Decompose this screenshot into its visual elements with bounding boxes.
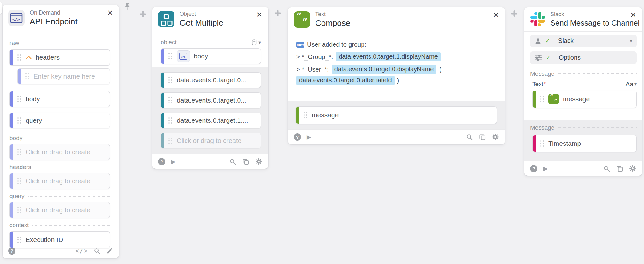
operation-title: API Endpoint bbox=[30, 16, 78, 27]
search-icon[interactable] bbox=[229, 158, 236, 165]
connector-name: Object bbox=[180, 10, 223, 18]
new-emoji: NEW bbox=[296, 42, 304, 48]
drag-handle-icon[interactable] bbox=[17, 177, 22, 185]
field-execution-id[interactable]: Execution ID bbox=[9, 231, 110, 248]
field-label: headers bbox=[36, 54, 60, 61]
compose-line: > *_User_*: data.events.0.target.0.displ… bbox=[296, 65, 497, 74]
copy-icon[interactable] bbox=[616, 165, 623, 172]
close-icon[interactable]: × bbox=[255, 10, 264, 19]
result-row[interactable]: data.events.0.target.0... bbox=[161, 92, 261, 108]
run-step-icon[interactable]: ▶ bbox=[171, 158, 176, 165]
run-step-icon[interactable]: ▶ bbox=[307, 133, 311, 141]
result-create-row[interactable]: Click or drag to create bbox=[161, 133, 261, 149]
data-chip[interactable]: data.events.0.target.0.alternateId bbox=[296, 76, 395, 85]
drag-handle-icon[interactable] bbox=[540, 139, 545, 148]
close-icon[interactable]: × bbox=[106, 8, 115, 17]
section-label: Message bbox=[530, 124, 554, 131]
chevron-up-icon[interactable] bbox=[26, 56, 32, 59]
help-icon[interactable]: ? bbox=[294, 133, 301, 141]
text-field-header: Text* Aa ▾ bbox=[530, 80, 637, 88]
drag-handle-icon[interactable] bbox=[17, 53, 22, 62]
drag-handle-icon[interactable] bbox=[17, 206, 22, 214]
pin-icon[interactable] bbox=[123, 2, 132, 11]
drag-handle-icon[interactable] bbox=[17, 116, 22, 125]
data-source-icon[interactable]: ▾ bbox=[251, 39, 261, 46]
workflow-canvas: { "colors": { "canvas_bg": "#F1F1F3", "a… bbox=[0, 0, 644, 264]
settings-icon[interactable] bbox=[255, 158, 263, 165]
operation-title: Get Multiple bbox=[180, 18, 223, 28]
result-path: data.events.0.target.1.... bbox=[177, 117, 248, 124]
result-row[interactable]: data.events.0.target.0... bbox=[161, 72, 261, 88]
search-icon[interactable] bbox=[603, 165, 610, 172]
api-endpoint-icon: </> bbox=[8, 10, 25, 26]
results-section: data.events.0.target.0... data.events.0.… bbox=[152, 67, 268, 154]
message-text-input[interactable]: “ ” message bbox=[532, 91, 637, 108]
field-placeholder: Click or drag to create bbox=[26, 148, 90, 156]
drag-handle-icon[interactable] bbox=[17, 236, 22, 244]
field-headers-create[interactable]: Click or drag to create bbox=[9, 173, 110, 189]
compose-text: > *_Group_*: bbox=[296, 53, 333, 61]
operation-title: Send Message to Channel bbox=[550, 18, 637, 28]
compose-text: ( bbox=[439, 66, 441, 73]
object-input[interactable]: </> body bbox=[161, 48, 261, 64]
chevron-down-icon: ▾ bbox=[630, 38, 632, 44]
add-step-icon[interactable] bbox=[510, 9, 518, 18]
compose-line: NEW User added to group: bbox=[296, 41, 497, 48]
field-query[interactable]: query bbox=[9, 113, 110, 128]
copy-icon[interactable] bbox=[242, 158, 249, 165]
result-timestamp-row[interactable]: Timestamp bbox=[532, 135, 637, 152]
section-headers: headers bbox=[9, 164, 110, 171]
svg-text:</>: </> bbox=[181, 56, 186, 59]
copy-icon[interactable] bbox=[479, 133, 486, 141]
data-chip[interactable]: data.events.0.target.1.displayName bbox=[336, 52, 441, 61]
drag-handle-icon[interactable] bbox=[168, 137, 173, 145]
auth-selector[interactable]: ✓ Slack ▾ bbox=[530, 35, 637, 47]
settings-icon[interactable] bbox=[492, 133, 499, 141]
field-headers[interactable]: headers bbox=[9, 49, 110, 66]
result-row[interactable]: data.events.0.target.1.... bbox=[161, 113, 261, 128]
drag-handle-icon[interactable] bbox=[303, 111, 308, 119]
drag-handle-icon[interactable] bbox=[168, 52, 173, 60]
data-chip[interactable]: data.events.0.target.0.displayName bbox=[332, 65, 437, 74]
add-step-icon[interactable] bbox=[274, 9, 282, 17]
format-button[interactable]: Aa bbox=[625, 80, 634, 88]
field-body[interactable]: body bbox=[9, 91, 110, 107]
result-path: data.events.0.target.0... bbox=[177, 76, 246, 84]
api-endpoint-step-icon: </> bbox=[177, 50, 190, 62]
settings-icon[interactable] bbox=[629, 165, 636, 172]
panel-footer: ? ▶ bbox=[524, 161, 642, 176]
run-step-icon[interactable]: ▶ bbox=[543, 165, 548, 172]
options-label: Options bbox=[559, 54, 581, 61]
section-raw: raw bbox=[9, 39, 110, 46]
close-icon[interactable]: × bbox=[492, 10, 500, 19]
field-header-key[interactable]: Enter key name here bbox=[17, 68, 110, 84]
drag-handle-icon[interactable] bbox=[25, 72, 30, 80]
drag-handle-icon[interactable] bbox=[17, 95, 22, 103]
field-label: Text bbox=[532, 81, 543, 88]
field-placeholder: Click or drag to create bbox=[26, 206, 90, 214]
add-step-icon[interactable] bbox=[139, 10, 147, 18]
result-path: data.events.0.target.0... bbox=[177, 97, 246, 104]
help-icon[interactable]: ? bbox=[530, 165, 537, 172]
field-body-create[interactable]: Click or drag to create bbox=[9, 144, 110, 160]
close-icon[interactable]: × bbox=[629, 10, 638, 19]
field-query-create[interactable]: Click or drag to create bbox=[9, 202, 110, 218]
person-icon bbox=[535, 38, 541, 44]
drag-handle-icon[interactable] bbox=[168, 76, 173, 84]
section-message: Message bbox=[530, 70, 637, 77]
field-placeholder: Enter key name here bbox=[33, 73, 95, 80]
drag-handle-icon[interactable] bbox=[17, 148, 22, 156]
search-icon[interactable] bbox=[466, 133, 473, 141]
panel-api-endpoint: </> On Demand API Endpoint × raw headers… bbox=[3, 5, 119, 258]
options-selector[interactable]: ✓ Options bbox=[530, 51, 637, 64]
check-icon: ✓ bbox=[545, 38, 550, 44]
help-icon[interactable]: ? bbox=[158, 158, 165, 165]
result-message-row[interactable]: message bbox=[296, 106, 497, 124]
drag-handle-icon[interactable] bbox=[168, 96, 173, 104]
drag-handle-icon[interactable] bbox=[168, 116, 173, 125]
results-section: Message Timestamp bbox=[524, 120, 642, 161]
drag-handle-icon[interactable] bbox=[540, 95, 545, 103]
edit-icon[interactable] bbox=[106, 247, 113, 254]
section-label: headers bbox=[9, 164, 31, 171]
compose-editor[interactable]: NEW User added to group: > *_Group_*: da… bbox=[288, 32, 505, 101]
